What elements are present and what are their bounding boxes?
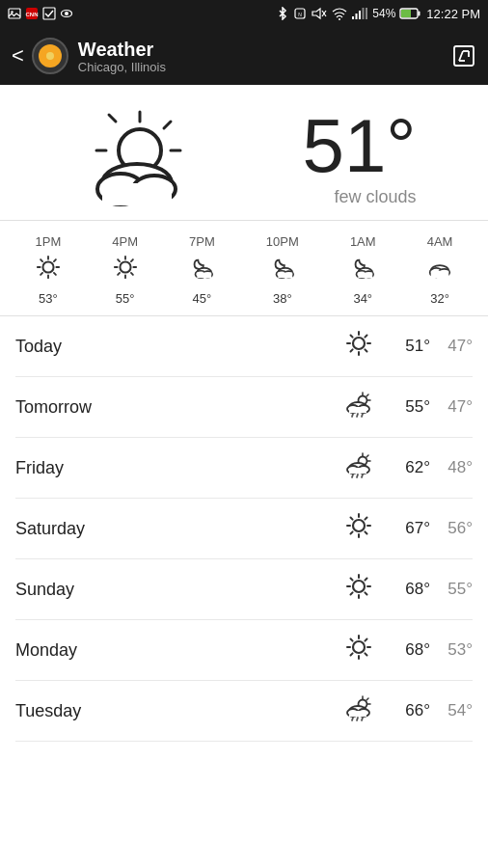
svg-line-109	[365, 518, 366, 520]
daily-row: Today 51° 47°	[15, 316, 473, 377]
svg-text:CNN: CNN	[26, 12, 39, 17]
hourly-item: 1PM 53°	[36, 234, 62, 306]
battery-icon	[399, 7, 420, 20]
svg-line-128	[351, 653, 353, 655]
daily-icon	[345, 634, 372, 666]
current-weather-section: 51° few clouds	[0, 85, 488, 221]
svg-line-107	[351, 518, 353, 520]
daily-row: Tuesday 66° 54°	[15, 681, 473, 742]
svg-line-22	[459, 51, 463, 61]
svg-point-12	[339, 18, 340, 20]
daily-icon	[345, 391, 372, 423]
daily-icon	[345, 512, 372, 545]
svg-rect-20	[419, 12, 420, 16]
daily-day: Tuesday	[15, 701, 345, 721]
daily-day: Sunday	[15, 580, 345, 600]
hourly-section: 1PM 53° 4PM 55° 7PM 45° 10PM 38° 1AM 34°…	[0, 221, 488, 316]
hourly-icon	[113, 255, 138, 285]
hourly-temp: 55°	[116, 291, 135, 306]
battery-percent: 54%	[372, 7, 395, 20]
svg-line-51	[118, 259, 120, 261]
hourly-item: 10PM 38°	[266, 234, 299, 306]
photo-icon	[8, 7, 21, 20]
svg-rect-71	[431, 271, 449, 278]
svg-rect-16	[363, 8, 365, 19]
back-button[interactable]: <	[12, 43, 24, 68]
svg-line-27	[164, 122, 171, 128]
check-icon	[42, 7, 56, 20]
svg-line-116	[351, 579, 353, 581]
hourly-icon	[350, 255, 375, 285]
svg-line-79	[351, 349, 353, 351]
daily-row: Friday 62° 48°	[15, 438, 473, 499]
daily-day: Today	[15, 337, 345, 357]
app-subtitle: Chicago, Illinois	[78, 60, 451, 74]
volume-icon	[311, 7, 328, 20]
svg-rect-15	[359, 11, 361, 19]
partly-cloudy-icon	[68, 104, 212, 210]
daily-high: 66°	[388, 701, 430, 720]
svg-line-126	[365, 653, 366, 655]
svg-rect-4	[43, 8, 55, 19]
svg-line-108	[365, 531, 366, 533]
svg-line-94	[366, 455, 368, 457]
daily-low: 48°	[430, 458, 473, 477]
svg-line-90	[357, 414, 358, 417]
hourly-time: 4AM	[427, 234, 453, 249]
eye-icon	[60, 7, 73, 20]
app-icon	[32, 38, 68, 74]
cnn-icon: CNN	[25, 7, 39, 20]
main-weather-icon	[63, 104, 217, 210]
daily-section: Today 51° 47° Tomorrow 55° 47° Friday 62…	[0, 316, 488, 742]
daily-icon	[345, 330, 372, 363]
hourly-time: 1AM	[350, 234, 376, 249]
svg-point-120	[353, 581, 365, 592]
svg-rect-63	[278, 273, 292, 279]
hourly-icon	[427, 255, 452, 285]
svg-point-6	[65, 12, 68, 15]
daily-row: Tomorrow 55° 47°	[15, 377, 473, 438]
svg-point-1	[11, 11, 13, 13]
signal-icon	[351, 7, 368, 20]
svg-line-77	[365, 349, 366, 351]
svg-line-140	[362, 718, 363, 720]
daily-low: 55°	[430, 580, 473, 599]
svg-line-101	[357, 475, 358, 477]
daily-high: 62°	[388, 458, 430, 477]
edit-button[interactable]	[451, 43, 476, 68]
svg-line-110	[351, 531, 353, 533]
hourly-item: 4PM 55°	[112, 234, 138, 306]
svg-point-55	[120, 261, 130, 272]
daily-day: Monday	[15, 640, 345, 661]
svg-line-45	[41, 273, 42, 275]
daily-day: Tomorrow	[15, 397, 345, 418]
svg-rect-88	[349, 407, 366, 413]
svg-line-78	[365, 336, 366, 338]
app-title: Weather	[78, 39, 451, 60]
hourly-item: 4AM 32°	[427, 234, 453, 306]
status-bar: CNN N 54% 12:22 PM	[0, 0, 488, 27]
svg-point-46	[42, 261, 53, 272]
hourly-temp: 38°	[273, 291, 292, 306]
daily-high: 68°	[388, 580, 430, 599]
daily-low: 53°	[430, 640, 473, 660]
svg-line-83	[366, 394, 368, 396]
svg-line-127	[365, 639, 366, 641]
svg-line-139	[357, 718, 358, 720]
svg-rect-59	[198, 273, 212, 279]
daily-day: Friday	[15, 458, 345, 478]
daily-icon	[345, 451, 372, 484]
app-title-group: Weather Chicago, Illinois	[78, 39, 451, 74]
svg-line-43	[54, 273, 56, 275]
daily-icon	[345, 573, 372, 606]
app-bar: < Weather Chicago, Illinois	[0, 27, 488, 85]
status-bar-left: CNN	[8, 7, 73, 20]
svg-line-44	[54, 259, 56, 261]
svg-point-129	[353, 641, 365, 653]
svg-rect-14	[356, 14, 358, 19]
svg-rect-0	[9, 9, 20, 18]
daily-row: Monday 68° 53°	[15, 620, 473, 681]
daily-high: 51°	[388, 337, 430, 356]
daily-low: 47°	[430, 337, 473, 356]
daily-high: 68°	[388, 640, 430, 660]
